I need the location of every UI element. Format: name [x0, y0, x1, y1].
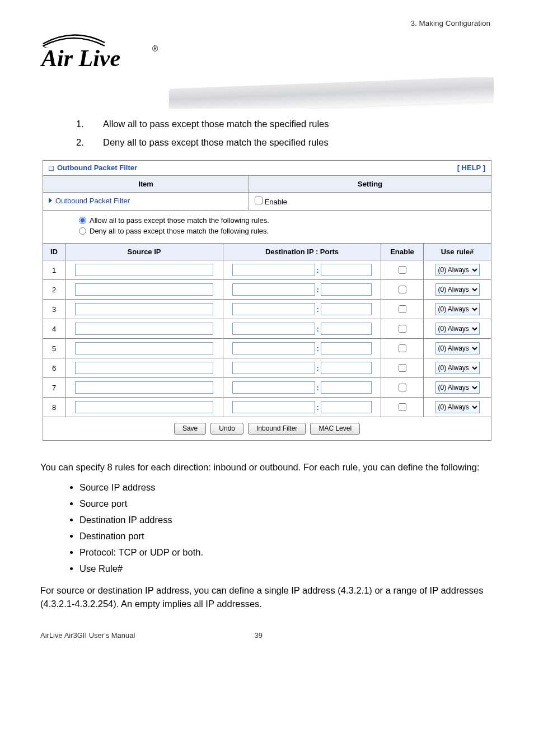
rules-table-header: ID Source IP Destination IP : Ports Enab… [43, 244, 491, 260]
rule-row: 2:(0) Always [43, 280, 491, 300]
destination-port-input[interactable] [321, 401, 372, 413]
use-rule-select[interactable]: (0) Always [435, 342, 480, 354]
destination-ip-input[interactable] [232, 401, 315, 413]
paragraph: For source or destination IP address, yo… [40, 584, 494, 611]
rule-row: 6:(0) Always [43, 358, 491, 378]
steps-list: 1.Allow all to pass except those match t… [76, 119, 494, 148]
rule-enable-checkbox[interactable] [399, 325, 406, 333]
rule-id: 2 [43, 280, 65, 299]
source-ip-input[interactable] [75, 303, 213, 315]
paragraph: You can specify 8 rules for each directi… [40, 461, 494, 474]
destination-ip-input[interactable] [232, 342, 315, 354]
destination-port-input[interactable] [321, 381, 372, 394]
source-ip-input[interactable] [75, 342, 213, 354]
destination-port-input[interactable] [321, 303, 372, 315]
destination-port-input[interactable] [321, 323, 372, 335]
rule-row: 5:(0) Always [43, 339, 491, 358]
rule-row: 7:(0) Always [43, 378, 491, 398]
source-ip-input[interactable] [75, 362, 213, 374]
step-number: 2. [76, 137, 84, 148]
use-rule-select[interactable]: (0) Always [435, 401, 480, 413]
rule-id: 5 [43, 339, 65, 358]
rule-enable-checkbox[interactable] [399, 384, 406, 391]
enable-checkbox[interactable] [255, 197, 263, 204]
outbound-packet-filter-panel: Outbound Packet Filter [ HELP ] Item Set… [43, 160, 491, 441]
destination-port-input[interactable] [321, 264, 372, 276]
rule-id: 8 [43, 398, 65, 417]
step-text: Deny all to pass except those match the … [103, 137, 329, 148]
use-rule-select[interactable]: (0) Always [435, 303, 480, 315]
source-ip-input[interactable] [75, 401, 213, 413]
use-rule-select[interactable]: (0) Always [435, 264, 480, 276]
rule-id: 7 [43, 378, 65, 397]
rule-row: 1:(0) Always [43, 260, 491, 280]
step-text: Allow all to pass except those match the… [103, 119, 329, 129]
col-setting: Setting [249, 176, 491, 192]
rule-id: 4 [43, 319, 65, 338]
enable-checkbox-label[interactable]: Enable [255, 197, 287, 206]
rule-enable-checkbox[interactable] [399, 344, 406, 352]
destination-port-input[interactable] [321, 362, 372, 374]
help-link[interactable]: [ HELP ] [457, 164, 485, 172]
rule-enable-checkbox[interactable] [399, 305, 406, 313]
use-rule-select[interactable]: (0) Always [435, 381, 480, 394]
use-rule-select[interactable]: (0) Always [435, 283, 480, 296]
define-list: Source IP address Source port Destinatio… [79, 482, 494, 574]
destination-ip-input[interactable] [232, 283, 315, 296]
svg-text:®: ® [152, 44, 158, 53]
rule-id: 6 [43, 358, 65, 377]
source-ip-input[interactable] [75, 264, 213, 276]
rule-row: 3:(0) Always [43, 300, 491, 319]
destination-ip-input[interactable] [232, 381, 315, 394]
rule-enable-checkbox[interactable] [399, 266, 406, 274]
col-item: Item [43, 176, 249, 192]
inbound-filter-button[interactable]: Inbound Filter [248, 423, 306, 435]
destination-ip-input[interactable] [232, 264, 315, 276]
destination-port-input[interactable] [321, 342, 372, 354]
mac-level-button[interactable]: MAC Level [310, 423, 360, 435]
destination-port-input[interactable] [321, 283, 372, 296]
breadcrumb: 3. Making Configuration [410, 19, 490, 27]
destination-ip-input[interactable] [232, 323, 315, 335]
mode-allow-radio[interactable]: Allow all to pass except those match the… [79, 216, 484, 225]
destination-ip-input[interactable] [232, 362, 315, 374]
rule-enable-checkbox[interactable] [399, 403, 406, 411]
svg-text:Air Live: Air Live [40, 45, 120, 71]
save-button[interactable]: Save [174, 423, 206, 435]
panel-title: Outbound Packet Filter [49, 164, 137, 172]
source-ip-input[interactable] [75, 381, 213, 394]
brand-logo: Air Live ® [40, 32, 494, 72]
use-rule-select[interactable]: (0) Always [435, 362, 480, 374]
source-ip-input[interactable] [75, 323, 213, 335]
use-rule-select[interactable]: (0) Always [435, 323, 480, 335]
rule-id: 3 [43, 300, 65, 319]
source-ip-input[interactable] [75, 283, 213, 296]
header-swoosh [40, 77, 494, 109]
destination-ip-input[interactable] [232, 303, 315, 315]
outbound-filter-label: Outbound Packet Filter [43, 193, 249, 210]
mode-deny-radio[interactable]: Deny all to pass except those match the … [79, 227, 484, 235]
page-footer: AirLive Air3GII User's Manual 39 [40, 631, 494, 640]
step-number: 1. [76, 119, 84, 129]
rule-id: 1 [43, 260, 65, 279]
rule-enable-checkbox[interactable] [399, 364, 406, 372]
rule-row: 8:(0) Always [43, 398, 491, 417]
undo-button[interactable]: Undo [210, 423, 243, 435]
rule-row: 4:(0) Always [43, 319, 491, 339]
rule-enable-checkbox[interactable] [399, 286, 406, 293]
